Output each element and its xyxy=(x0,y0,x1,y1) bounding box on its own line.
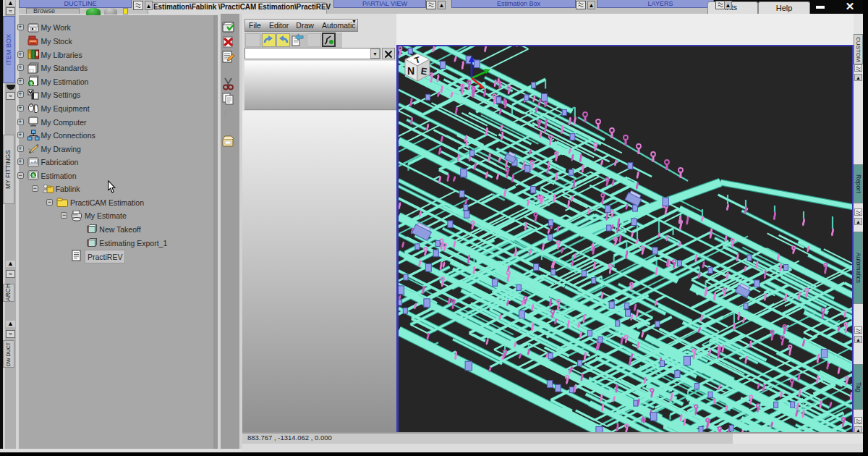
svg-text:$: $ xyxy=(32,173,35,178)
svg-text:N: N xyxy=(407,65,414,77)
